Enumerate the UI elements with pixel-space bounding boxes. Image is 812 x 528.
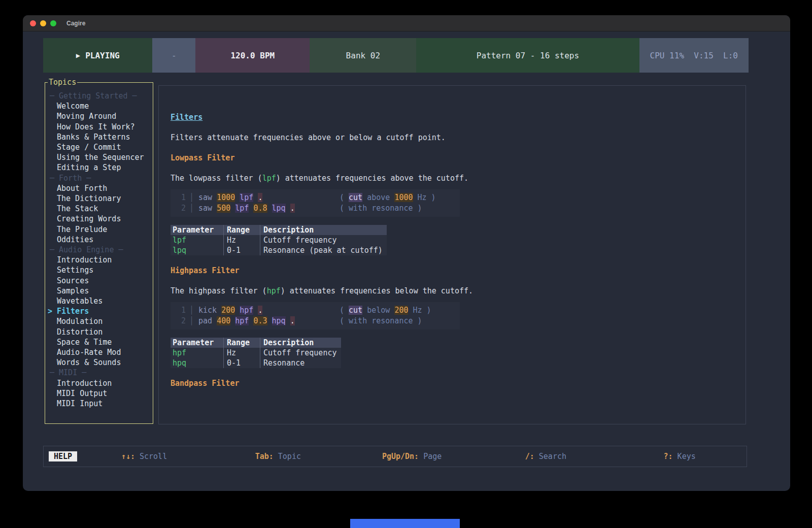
topics-list[interactable]: ─ Getting Started ─WelcomeMoving AroundH… <box>45 83 153 409</box>
sidebar-item-how-does-it-work[interactable]: How Does It Work? <box>48 122 153 132</box>
sidebar-item-oddities[interactable]: Oddities <box>48 235 153 245</box>
comment-token: above <box>362 193 394 202</box>
comment-token: ( <box>340 193 349 202</box>
hotkey-key: PgUp/Dn <box>382 452 414 461</box>
hotkey-label: Page <box>419 452 442 461</box>
code-token: lpf <box>235 204 249 213</box>
close-window-button[interactable] <box>30 20 36 26</box>
table-cell: 0-1 <box>223 245 260 255</box>
comment-token: 200 <box>394 306 408 315</box>
sidebar-item-label: Sources <box>57 276 89 286</box>
sidebar-item-about-forth[interactable]: About Forth <box>48 183 153 193</box>
sidebar-item-filters[interactable]: >Filters <box>48 306 153 316</box>
hotkey-key: ↑↓ <box>121 452 130 461</box>
sidebar-item-introduction[interactable]: Introduction <box>48 255 153 265</box>
section-heading: Bandpass Filter <box>171 378 735 388</box>
selection-marker-icon <box>48 337 57 347</box>
hotkey-label: Topic <box>274 452 301 461</box>
sidebar-item-using-the-sequencer[interactable]: Using the Sequencer <box>48 152 153 162</box>
code-line: 1│saw 1000 lpf .( cut above 1000 Hz ) <box>171 192 460 203</box>
sidebar-item-midi-input[interactable]: MIDI Input <box>48 399 153 409</box>
sidebar-item-introduction[interactable]: Introduction <box>48 378 153 388</box>
sidebar-item-banks-patterns[interactable]: Banks & Patterns <box>48 132 153 142</box>
code-comment: ( cut above 1000 Hz ) <box>340 192 436 203</box>
sidebar-item-samples[interactable]: Samples <box>48 286 153 296</box>
selection-marker-icon <box>48 399 57 409</box>
code-token <box>286 204 290 213</box>
gutter-separator: │ <box>189 316 194 325</box>
table-row: lpq0-1Resonance (peak at cutoff) <box>171 245 387 255</box>
sidebar-item-label: Audio-Rate Mod <box>57 347 121 357</box>
footer-bar: HELP ↑↓: ScrollTab: TopicPgUp/Dn: Page/:… <box>43 446 747 467</box>
selection-marker-icon <box>48 152 57 162</box>
table-cell: lpq <box>171 245 223 255</box>
minimize-window-button[interactable] <box>40 20 46 26</box>
code-token: 0.8 <box>253 204 267 213</box>
selection-marker-icon <box>48 193 57 204</box>
comment-token: below <box>362 306 394 315</box>
help-panel[interactable]: FiltersFilters attenuate frequencies abo… <box>158 85 746 424</box>
sidebar-item-modulation[interactable]: Modulation <box>48 316 153 326</box>
sidebar-item-audio-rate-mod[interactable]: Audio-Rate Mod <box>48 347 153 357</box>
section-heading: Highpass Filter <box>171 266 735 276</box>
app-window: Cagire ▶ PLAYING - 120.0 BPM Bank 02 Pat… <box>23 15 790 491</box>
zoom-window-button[interactable] <box>50 20 56 26</box>
table-cell: hpf <box>171 348 223 358</box>
hotkey-hint: Tab: Topic <box>211 452 345 461</box>
sidebar-item-the-dictionary[interactable]: The Dictionary <box>48 193 153 204</box>
sidebar-item-label: Modulation <box>57 316 103 326</box>
code-line: 2│pad 400 hpf 0.3 hpq .( with resonance … <box>171 316 460 326</box>
sidebar-item-editing-a-step[interactable]: Editing a Step <box>48 162 153 173</box>
sidebar-item-label: About Forth <box>57 183 107 193</box>
table-header-row: ParameterRangeDescription <box>171 225 387 235</box>
parameter-table: ParameterRangeDescriptionlpfHzCutoff fre… <box>171 225 387 255</box>
comment-token: 1000 <box>394 193 413 202</box>
selection-marker-icon <box>48 204 57 214</box>
sidebar-item-label: The Stack <box>57 204 98 214</box>
sidebar-item-wavetables[interactable]: Wavetables <box>48 296 153 306</box>
sidebar-item-sources[interactable]: Sources <box>48 276 153 286</box>
sidebar-item-moving-around[interactable]: Moving Around <box>48 111 153 121</box>
text-run: Filters attenuate frequencies above or b… <box>171 133 446 142</box>
sidebar-item-label: Distortion <box>57 327 103 337</box>
code-token: saw <box>198 204 217 213</box>
sidebar-item-label: ─ Getting Started ─ <box>50 91 137 101</box>
sidebar-item-welcome[interactable]: Welcome <box>48 101 153 111</box>
hotkey-colon: : <box>269 452 274 461</box>
bpm-display: 120.0 BPM <box>195 38 310 73</box>
sidebar-item-words-sounds[interactable]: Words & Sounds <box>48 357 153 368</box>
sidebar-item-label: ─ Audio Engine ─ <box>50 245 123 255</box>
sidebar-item-distortion[interactable]: Distortion <box>48 327 153 337</box>
line-number: 2 <box>171 203 186 214</box>
table-cell: lpf <box>171 235 223 245</box>
sidebar-item-space-time[interactable]: Space & Time <box>48 337 153 347</box>
code-token: kick <box>198 306 221 315</box>
code-token: hpf <box>240 306 253 315</box>
code-token: 500 <box>217 204 230 213</box>
sidebar-item-settings[interactable]: Settings <box>48 265 153 275</box>
hotkey-colon: : <box>414 452 419 461</box>
sidebar-section-header: ─ MIDI ─ <box>48 368 153 378</box>
selection-marker-icon <box>48 162 57 173</box>
selection-marker-icon <box>48 378 57 388</box>
table-cell: Hz <box>223 348 260 358</box>
transport-label: PLAYING <box>85 51 119 60</box>
sidebar-item-the-stack[interactable]: The Stack <box>48 204 153 214</box>
code-token <box>235 193 240 202</box>
hotkey-colon: : <box>668 452 673 461</box>
code-token <box>267 204 272 213</box>
sidebar-item-label: Samples <box>57 286 89 296</box>
code-token <box>230 204 235 213</box>
table-header-cell: Description <box>260 225 387 235</box>
table-cell: Cutoff frequency <box>260 348 341 358</box>
sidebar-item-the-prelude[interactable]: The Prelude <box>48 224 153 235</box>
sidebar-item-midi-output[interactable]: MIDI Output <box>48 388 153 399</box>
sidebar-item-label: Stage / Commit <box>57 142 121 152</box>
desktop: Cagire ▶ PLAYING - 120.0 BPM Bank 02 Pat… <box>0 0 812 528</box>
sidebar-item-stage-commit[interactable]: Stage / Commit <box>48 142 153 152</box>
code-line: 2│saw 500 lpf 0.8 lpq .( with resonance … <box>171 203 460 214</box>
code-token: . <box>258 193 262 202</box>
selection-marker-icon <box>48 276 57 286</box>
selection-marker-icon <box>48 327 57 337</box>
sidebar-item-creating-words[interactable]: Creating Words <box>48 214 153 224</box>
